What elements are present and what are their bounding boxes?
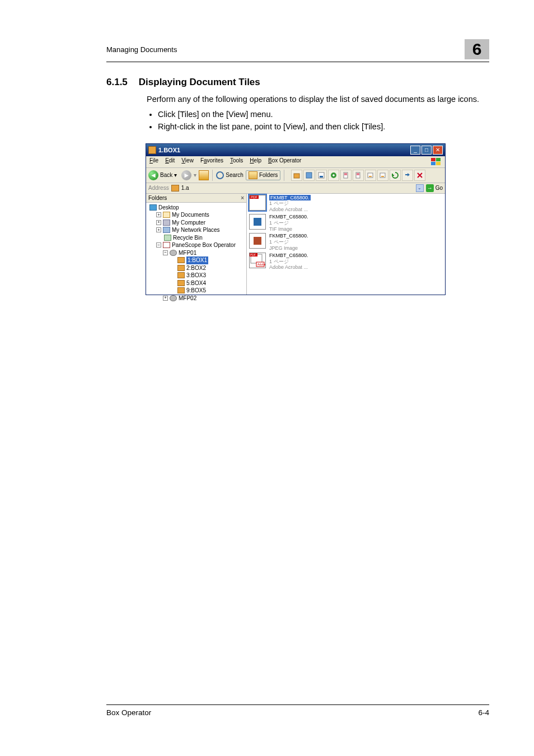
toolbar-separator — [212, 170, 213, 181]
toolbar-icon-1[interactable] — [291, 170, 302, 181]
window-titlebar[interactable]: 1.BOX1 _ □ ✕ — [146, 144, 445, 156]
minimize-button[interactable]: _ — [410, 146, 420, 155]
tree-node-box1[interactable]: 1:BOX1 — [149, 256, 243, 264]
menu-view[interactable]: View — [181, 157, 194, 166]
folder-icon — [163, 212, 170, 218]
tree-node-box5[interactable]: 9:BOX5 — [149, 287, 243, 295]
section-number: 6.1.5 — [106, 77, 128, 88]
toolbar-icon-4[interactable] — [328, 170, 339, 181]
tile-name: FKMBT_C65800. — [269, 214, 308, 220]
tile-pane[interactable]: PDF FKMBT_C65800.1 ページAdobe Acrobat ... … — [247, 194, 445, 295]
back-button[interactable]: ◄ Back ▾ — [148, 170, 179, 180]
section-title: Displaying Document Tiles — [139, 77, 260, 88]
tree-header: Folders — [148, 195, 167, 201]
tile-pages: 1 ページ — [269, 220, 308, 226]
toolbar-icon-7[interactable] — [365, 170, 376, 181]
tree-node-mfp02[interactable]: +MFP02 — [149, 295, 243, 302]
menu-boxoperator[interactable]: Box Operator — [268, 157, 301, 166]
menu-tools[interactable]: Tools — [230, 157, 243, 166]
box-operator-toolbar — [291, 170, 425, 181]
toolbar-icon-9[interactable] — [390, 170, 401, 181]
chevron-down-icon: ▾ — [194, 172, 196, 178]
go-label: Go — [435, 185, 443, 191]
tile-name: FKMBT_C65800. — [269, 195, 311, 201]
menubar: File Edit View Favorites Tools Help Box … — [146, 156, 445, 168]
tree-node-mycomputer[interactable]: +My Computer — [149, 219, 243, 227]
toolbar-icon-3[interactable] — [316, 170, 327, 181]
folders-button[interactable]: Folders — [246, 170, 280, 180]
svg-text:Adobe: Adobe — [257, 263, 265, 266]
toolbar-icon-8[interactable] — [377, 170, 388, 181]
box-icon — [177, 257, 185, 263]
footer-product: Box Operator — [106, 708, 151, 717]
up-button[interactable] — [199, 170, 209, 180]
recycle-icon — [164, 235, 171, 241]
maximize-button[interactable]: □ — [421, 146, 432, 155]
address-bar: Address 1.a ⌄ → Go — [146, 183, 445, 194]
section-intro: Perform any of the following operations … — [147, 94, 489, 106]
toolbar-icon-2[interactable] — [303, 170, 315, 181]
expand-icon[interactable]: + — [156, 227, 161, 232]
toolbar-icon-5[interactable] — [340, 170, 352, 181]
computer-icon — [163, 220, 170, 226]
toolbar-icon-6[interactable] — [353, 170, 364, 181]
tree-node-network[interactable]: +My Network Places — [149, 226, 243, 234]
tree-close-button[interactable]: × — [241, 195, 244, 201]
scope-icon — [163, 242, 170, 248]
toolbar-icon-11[interactable] — [414, 170, 425, 181]
svg-rect-1 — [436, 158, 441, 161]
tile-name: FKMBT_C65800. — [269, 233, 308, 239]
tile-type: TIF Image — [269, 226, 308, 232]
pdf-thumbnail-icon: PDF — [249, 195, 266, 211]
svg-text:PDF: PDF — [250, 253, 256, 256]
forward-button[interactable]: ► — [181, 170, 191, 180]
menu-edit[interactable]: Edit — [165, 157, 175, 166]
footer-page: 6-4 — [478, 708, 489, 717]
tree-node-recycle[interactable]: Recycle Bin — [149, 234, 243, 242]
tree-node-box3[interactable]: 3:BOX3 — [149, 272, 243, 279]
close-button[interactable]: ✕ — [433, 146, 443, 155]
search-button[interactable]: Search — [216, 171, 243, 179]
tile-pages: 1 ページ — [269, 200, 311, 207]
tree-node-box2[interactable]: 2:BOX2 — [149, 264, 243, 272]
tree-node-box4[interactable]: 5:BOX4 — [149, 279, 243, 287]
menu-file[interactable]: File — [149, 157, 158, 166]
tile-pages: 1 ページ — [269, 259, 308, 265]
expand-icon[interactable]: + — [156, 212, 161, 217]
expand-icon[interactable]: + — [156, 220, 161, 225]
document-tile[interactable]: PDF FKMBT_C65800.1 ページAdobe Acrobat ... — [249, 195, 443, 213]
menu-help[interactable]: Help — [250, 157, 261, 166]
tree-node-scope[interactable]: −PaneScope Box Operator — [149, 241, 243, 249]
tree-node-mydocs[interactable]: +My Documents — [149, 211, 243, 219]
svg-rect-12 — [369, 176, 372, 177]
document-tile[interactable]: FKMBT_C65800.1 ページTIF Image — [249, 214, 443, 232]
expand-icon[interactable]: + — [163, 296, 168, 301]
tile-type: Adobe Acrobat ... — [269, 264, 308, 270]
tile-type: Adobe Acrobat ... — [269, 207, 311, 213]
tile-name: FKMBT_C65800. — [269, 253, 308, 259]
back-icon: ◄ — [148, 170, 158, 180]
bullet-item: Click [Tiles] on the [View] menu. — [158, 108, 489, 120]
toolbar-separator — [284, 170, 284, 181]
breadcrumb: Managing Documents — [106, 45, 177, 54]
document-tile[interactable]: PDFAdobe FKMBT_C65800.1 ページAdobe Acrobat… — [249, 253, 443, 270]
tile-type: JPEG Image — [269, 245, 308, 251]
go-button[interactable]: → Go — [426, 184, 443, 192]
address-dropdown[interactable]: ⌄ — [416, 184, 424, 192]
collapse-icon[interactable]: − — [156, 242, 161, 248]
window-title: 1.BOX1 — [158, 147, 410, 153]
svg-rect-0 — [431, 158, 435, 161]
toolbar-icon-10[interactable] — [402, 170, 413, 181]
explorer-window: 1.BOX1 _ □ ✕ File Edit View Favorites To… — [146, 143, 446, 295]
folders-tree-pane: Folders × Desktop +My Documents +My Comp… — [146, 194, 247, 295]
printer-icon — [170, 295, 177, 301]
bullet-item: Right-click in the list pane, point to [… — [158, 120, 489, 133]
menu-favorites[interactable]: Favorites — [200, 157, 223, 166]
collapse-icon[interactable]: − — [163, 250, 168, 255]
svg-rect-3 — [436, 162, 441, 165]
tree-node-mfp01[interactable]: −MFP01 — [149, 249, 243, 257]
address-value[interactable]: 1.a — [181, 185, 414, 191]
document-tile[interactable]: FKMBT_C65800.1 ページJPEG Image — [249, 233, 443, 251]
tree-node-desktop[interactable]: Desktop — [149, 204, 243, 212]
box-icon — [177, 272, 185, 278]
